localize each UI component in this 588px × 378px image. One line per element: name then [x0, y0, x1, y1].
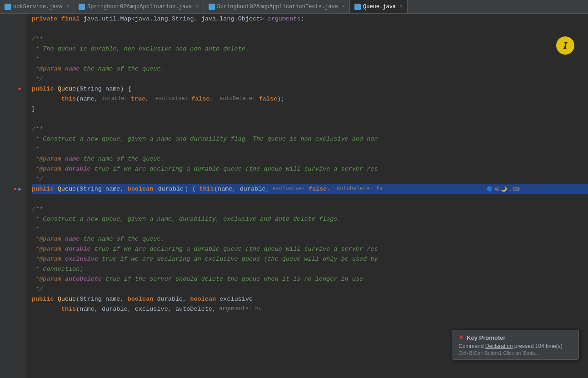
key-promoter-count: 104	[535, 343, 544, 349]
gutter-line	[0, 284, 23, 294]
key-promoter-body: Command Declaration pressed 104 time(s)	[458, 343, 572, 349]
gutter-line	[0, 264, 23, 274]
gutter-line	[0, 164, 23, 174]
gutter-line	[0, 124, 23, 134]
tab-icon	[79, 4, 85, 10]
code-line: public Queue (String name, boolean durab…	[32, 294, 588, 304]
key-promoter-command: Declaration	[485, 343, 513, 349]
gutter-line	[0, 24, 23, 34]
tab-close[interactable]: ✕	[342, 5, 345, 9]
code-line	[32, 114, 588, 124]
code-line-comment: */	[32, 74, 588, 84]
code-line-javadoc: * @param durable true if we are declarin…	[32, 244, 588, 254]
gutter-line-active: ● ▶	[0, 184, 23, 194]
tab-icon	[354, 4, 361, 10]
code-area: ● ● ▶	[0, 14, 588, 378]
gutter-line	[0, 114, 23, 124]
gutter-line	[0, 304, 23, 314]
cursor-i-beam: I	[563, 40, 568, 51]
code-line: public Queue ( String name) {	[32, 84, 588, 94]
tab-close[interactable]: ✕	[196, 5, 199, 9]
gutter-line	[0, 294, 23, 304]
gutter-line	[0, 244, 23, 254]
code-line-comment: *	[32, 224, 588, 234]
gutter-line	[0, 44, 23, 54]
tab-book-service[interactable]: ookService.java ✕	[0, 0, 74, 13]
code-line-comment: * Construct a new queue, given a name, d…	[32, 214, 588, 224]
code-line-comment: */	[32, 174, 588, 184]
gutter-line	[0, 174, 23, 184]
code-line: this (name, durable, exclusive, autoDele…	[32, 304, 588, 314]
gutter-line-breakpoint[interactable]: ●	[0, 84, 23, 94]
code-line-comment: /**	[32, 34, 588, 44]
tab-bar: ookService.java ✕ Springboot02AmqpApplic…	[0, 0, 588, 14]
tab-icon	[5, 4, 11, 10]
gutter-line	[0, 274, 23, 284]
gutter-line	[0, 204, 23, 214]
code-line-javadoc: * @param name the name of the queue.	[32, 154, 588, 164]
code-line-comment: * Construct a new queue, given a name an…	[32, 134, 588, 144]
code-line: }	[32, 104, 588, 114]
gutter-line	[0, 94, 23, 104]
code-line-javadoc: * @param autoDelete true if the server s…	[32, 274, 588, 284]
tab-close[interactable]: ✕	[400, 5, 403, 9]
code-line-comment: *	[32, 54, 588, 64]
code-line-javadoc: * connection)	[32, 264, 588, 274]
key-promoter-hint: Ctrl+B|Ctrl+Button1 Click on 'Butto...	[458, 350, 572, 356]
code-line-javadoc: * @param name the name of the queue.	[32, 234, 588, 244]
gutter-line	[0, 314, 23, 324]
tab-label: ookService.java	[13, 4, 62, 10]
code-line: this (name, durable: true , exclusive: f…	[32, 94, 588, 104]
code-line	[32, 24, 588, 34]
tab-label: Springboot02AmqpApplicationTests.java	[217, 4, 338, 10]
code-line	[32, 194, 588, 204]
key-promoter-tooltip: ✕ Key Promoter Command Declaration press…	[452, 330, 579, 360]
gutter-line	[0, 224, 23, 234]
gutter-line	[0, 134, 23, 144]
gutter-line	[0, 254, 23, 264]
gutter-line	[0, 234, 23, 244]
code-line-javadoc: * @param durable true if we are declarin…	[32, 164, 588, 174]
key-promoter-title: Key Promoter	[467, 334, 505, 341]
code-line-comment: /**	[32, 124, 588, 134]
ime-indicator: 🔵 英 🌙 ·. ⌨	[487, 186, 520, 192]
cursor-indicator: I	[556, 36, 574, 55]
gutter-line	[0, 64, 23, 74]
line-number-gutter: ● ● ▶	[0, 14, 27, 378]
selected-token: durable	[157, 185, 184, 193]
code-line: private final java.util.Map<java.lang.St…	[32, 14, 588, 24]
gutter-line	[0, 194, 23, 204]
tab-icon	[209, 4, 215, 10]
tab-springboot-app[interactable]: Springboot02AmqpApplication.java ✕	[74, 0, 204, 13]
code-line-comment: *	[32, 144, 588, 154]
code-line-comment: * The queue is durable, non-exclusive an…	[32, 44, 588, 54]
gutter-line	[0, 54, 23, 64]
code-line-highlighted: public Queue (String name, boolean durab…	[32, 184, 588, 194]
tab-close[interactable]: ✕	[66, 5, 69, 9]
gutter-line	[0, 214, 23, 224]
gutter-line	[0, 74, 23, 84]
tab-springboot-tests[interactable]: Springboot02AmqpApplicationTests.java ✕	[204, 0, 350, 13]
code-line-comment: */	[32, 284, 588, 294]
breakpoint-icon: ●	[18, 86, 21, 92]
code-line-javadoc: * @param name the name of the queue.	[32, 64, 588, 74]
gutter-line	[0, 34, 23, 44]
run-icon: ▶	[18, 186, 21, 192]
code-editor[interactable]: private final java.util.Map<java.lang.St…	[27, 14, 588, 378]
code-content: ● ● ▶	[0, 14, 588, 378]
tab-label: Springboot02AmqpApplication.java	[87, 4, 192, 10]
tab-queue-java[interactable]: Queue.java ✕	[350, 0, 408, 13]
key-promoter-header: ✕ Key Promoter	[458, 334, 572, 341]
gutter-line	[0, 14, 23, 24]
key-promoter-shortcut: Ctrl+B|Ctrl+Button1 Click on 'Butto...	[458, 350, 539, 356]
gutter-line	[0, 144, 23, 154]
gutter-line	[0, 154, 23, 164]
key-promoter-close-icon[interactable]: ✕	[458, 334, 464, 341]
tab-label: Queue.java	[363, 4, 396, 10]
gutter-line	[0, 104, 23, 114]
code-line-javadoc: * @param exclusive true if we are declar…	[32, 254, 588, 264]
breakpoint-icon: ●	[14, 186, 17, 192]
code-line-comment: /**	[32, 204, 588, 214]
